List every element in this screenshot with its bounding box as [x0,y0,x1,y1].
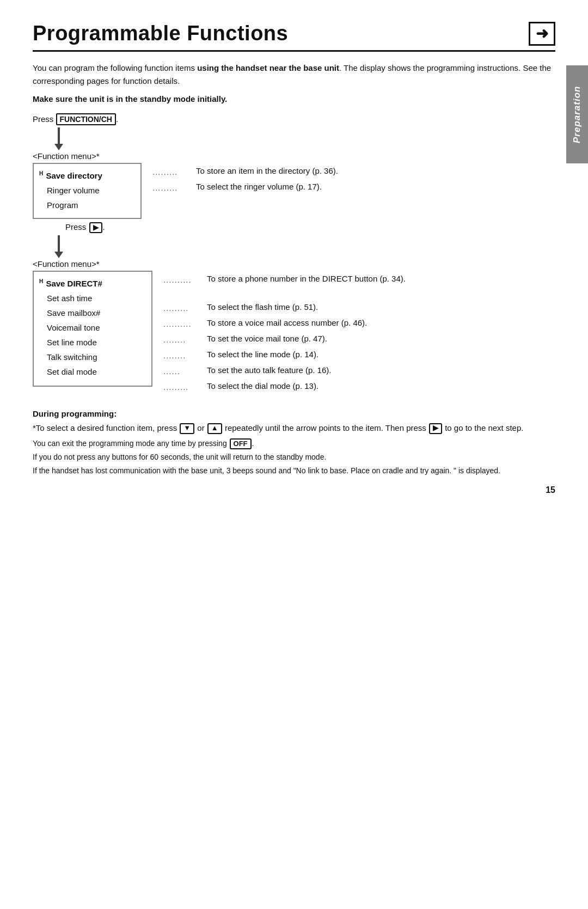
header-arrow-icon: ➜ [529,22,555,46]
desc-text-2: To select the ringer volume (p. 17). [196,181,338,193]
menu-2-row: H Save DIRECT# Set ash time Save mailbox… [33,271,555,396]
intro-bold-text: using the handset near the base unit [197,63,339,72]
desc-2-dots-3: ·········· [163,317,207,333]
during-note1-after: repeatedly until the arrow points to the… [223,423,428,432]
menu-1-item-2-label: Ringer volume [47,186,100,195]
press-right-label: Press [65,222,86,231]
menu-2-item-5: Set line mode [39,335,144,350]
desc-2-text-1: To store a phone number in the DIRECT bu… [207,273,406,285]
function-key: FUNCTION/CH [56,113,116,125]
menu-2-item-3: Save mailbox# [39,306,144,320]
during-note-2: You can exit the programming mode any ti… [33,437,555,449]
menu-2-item-4: Voicemail tone [39,320,144,335]
sidebar-tab-label: Preparation [572,86,583,143]
menu-2-item-6: Talk switching [39,350,144,364]
desc-2-row-2: ········· To select the flash time (p. 5… [163,301,406,317]
arrow-down-2 [54,235,555,258]
intro-paragraph: You can program the following function i… [33,62,555,88]
desc-2-row-4: ········ To set the voice mail tone (p. … [163,333,406,349]
desc-2-text-2: To select the flash time (p. 51). [207,301,406,314]
menu-2-descriptions: ·········· To store a phone number in th… [163,271,406,396]
during-note1-end: to go to the next step. [443,423,523,432]
desc-row-3 [152,197,338,212]
highlight-marker-1: H [39,170,43,176]
press-right-instruction: Press ▶. [65,222,555,233]
during-note-3: If you do not press any buttons for 60 s… [33,451,555,463]
desc-2-text-5: To select the line mode (p. 14). [207,349,406,361]
desc-dots-2: ········· [152,181,196,197]
down-arrow-graphic-2 [54,235,63,258]
desc-2-dots-4: ········ [163,333,207,349]
header-divider [33,50,555,52]
desc-text-1: To store an item in the directory (p. 36… [196,165,338,178]
during-or: or [197,423,204,432]
standby-note: Make sure the unit is in the standby mod… [33,94,555,103]
right-key: ▶ [89,222,102,233]
up-key: ▲ [207,423,222,434]
menu-2-item-1-label: Save DIRECT# [46,279,102,288]
menu-2-item-7-label: Set dial mode [47,367,97,376]
desc-2-row-3: ·········· To store a voice mail access … [163,317,406,333]
press-function-instruction: Press FUNCTION/CH. [33,113,555,125]
page-title: Programmable Functions [33,22,288,45]
menu-2-item-7: Set dial mode [39,364,144,379]
right-key-2: ▶ [429,423,442,434]
page-number: 15 [546,485,555,495]
menu-1-box: H Save directory Ringer volume Program [33,163,142,219]
menu-1-item-3-label: Program [47,200,78,210]
during-note2-before: You can exit the programming mode any ti… [33,439,229,448]
highlight-marker-2: H [39,278,43,284]
during-note1-before: *To select a desired function item, pres… [33,423,179,432]
desc-dots-3 [152,197,196,198]
down-arrow-graphic [54,127,63,150]
desc-2-dots-1: ·········· [163,273,207,289]
menu-2-item-2-label: Set ash time [47,294,92,303]
during-title: During programming: [33,409,555,418]
desc-row-2: ········· To select the ringer volume (p… [152,181,338,197]
menu-2-box: H Save DIRECT# Set ash time Save mailbox… [33,271,152,387]
menu-2-item-1: H Save DIRECT# [39,276,144,291]
desc-2-row-6: ······ To set the auto talk feature (p. … [163,364,406,380]
arrow-down-1 [54,127,555,150]
desc-dots-1: ········· [152,165,196,181]
desc-2-text-6: To set the auto talk feature (p. 16). [207,364,406,377]
menu-1-box-wrapper: H Save directory Ringer volume Program [33,163,142,219]
during-note-1: *To select a desired function item, pres… [33,422,555,435]
menu-1-item-2: Ringer volume [39,183,133,198]
arrow-head [54,144,63,150]
off-key: OFF [230,438,252,449]
menu-2-item-6-label: Talk switching [47,352,97,362]
down-key: ▼ [180,423,194,434]
desc-2-dots-5: ········ [163,349,207,364]
function-menu-1-label: <Function menu>* [33,151,555,161]
page-container: Preparation Programmable Functions ➜ You… [0,0,588,511]
desc-2-text-3: To store a voice mail access number (p. … [207,317,406,330]
during-note-4: If the handset has lost communication wi… [33,465,555,477]
menu-1-item-1-label: Save directory [46,171,102,180]
arrow-head-2 [54,252,63,258]
during-note2-end: . [252,439,254,448]
desc-2-dots-7: ········· [163,380,207,396]
menu-2-item-2: Set ash time [39,291,144,306]
desc-2-dots-6: ······ [163,364,207,380]
desc-2-text-7: To select the dial mode (p. 13). [207,380,406,393]
desc-2-row-7: ········· To select the dial mode (p. 13… [163,380,406,396]
arrow-line [58,127,60,144]
press-label: Press [33,114,53,124]
menu-1-item-3: Program [39,198,133,212]
during-programming-section: During programming: *To select a desired… [33,409,555,477]
function-menu-2-label: <Function menu>* [33,259,555,269]
desc-2-text-4: To set the voice mail tone (p. 47). [207,333,406,345]
menu-2-item-3-label: Save mailbox# [47,308,100,318]
desc-row-1: ········· To store an item in the direct… [152,165,338,181]
desc-2-row-1: ·········· To store a phone number in th… [163,273,406,301]
intro-text-before-bold: You can program the following function i… [33,63,197,72]
desc-2-row-5: ········ To select the line mode (p. 14)… [163,349,406,364]
menu-1-row: H Save directory Ringer volume Program ·… [33,163,555,219]
menu-1-descriptions: ········· To store an item in the direct… [152,165,338,212]
menu-1-item-1: H Save directory [39,168,133,183]
desc-2-dots-2: ········· [163,301,207,317]
menu-2-box-wrapper: H Save DIRECT# Set ash time Save mailbox… [33,271,152,387]
menu-2-item-4-label: Voicemail tone [47,323,100,332]
page-header: Programmable Functions ➜ [33,22,555,46]
